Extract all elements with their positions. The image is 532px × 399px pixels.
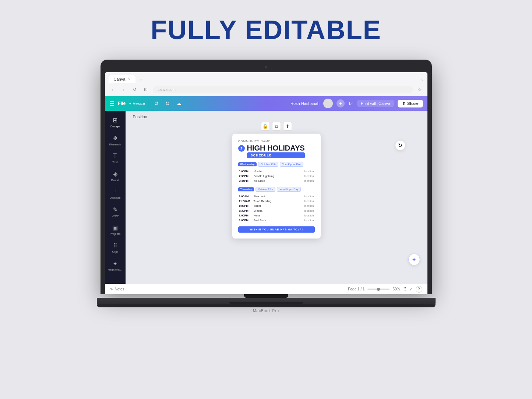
editor-bottom-bar: ✎ Notes Page 1 / 1 50% ⠿ ⤢ ? <box>105 284 427 294</box>
laptop-mockup: Canva × + ⌄ ‹ › ↺ ⊡ canva.com ☆ <box>101 60 432 313</box>
forward-button[interactable]: › <box>120 85 128 93</box>
event-location: location <box>292 204 315 208</box>
design-card[interactable]: COMMUNITY NAME 2 HIGH HOLIDAYS SCHEDULE <box>232 134 321 239</box>
chart-button[interactable]: ⩗ <box>348 100 353 106</box>
day2-header: Thursday October 12th Yom Kippur Day <box>238 187 315 192</box>
sidebar-item-apps[interactable]: ⠿ Apps <box>105 239 126 257</box>
expand-button[interactable]: ⤢ <box>409 287 413 292</box>
share-button[interactable]: ⬆ Share <box>398 100 423 107</box>
browser-tabs: Canva × + ⌄ <box>105 72 427 83</box>
zoom-slider[interactable] <box>367 289 390 290</box>
table-row: 8:00PM Fast Ends location <box>238 218 315 223</box>
day2-badge: Thursday <box>238 187 254 191</box>
event-time: 5:30PM <box>238 208 253 213</box>
event-name: Neila <box>253 213 292 218</box>
print-with-canva-button[interactable]: Print with Canva <box>357 100 394 107</box>
bookmark-icon[interactable]: ☆ <box>416 85 424 93</box>
table-row: 11:00AM Torah Reading location <box>238 199 315 204</box>
help-button[interactable]: ? <box>416 286 422 293</box>
resize-button[interactable]: Resize <box>129 101 145 106</box>
table-row: 5:30PM Mincha location <box>238 208 315 213</box>
copy-tool-button[interactable]: ⧉ <box>272 122 281 131</box>
laptop-foot <box>97 304 436 307</box>
event-location: location <box>294 179 315 183</box>
toolbar-divider-1 <box>149 100 149 107</box>
browser-tab-active[interactable]: Canva × <box>109 75 136 83</box>
uploads-icon: ↑ <box>114 188 117 195</box>
position-label: Position <box>133 114 147 119</box>
event-name: Kol Nidre <box>253 179 294 183</box>
laptop-screen: Canva × + ⌄ ‹ › ↺ ⊡ canva.com ☆ <box>105 72 427 294</box>
back-button[interactable]: ‹ <box>109 85 117 93</box>
table-row: 1:00PM Yizkor location <box>238 204 315 208</box>
table-row: 7:45PM Kol Nidre location <box>238 179 315 183</box>
redo-button[interactable]: ↻ <box>164 100 171 107</box>
sidebar-item-magic-media[interactable]: ✦ Magic Med... <box>105 257 126 274</box>
file-menu[interactable]: File <box>118 101 126 106</box>
card-title-row: 2 HIGH HOLIDAYS SCHEDULE <box>238 144 315 158</box>
event-location: location <box>294 174 315 179</box>
event-name: Shacharit <box>253 194 292 199</box>
sidebar-item-uploads[interactable]: ↑ Uploads <box>105 186 126 202</box>
camera-area <box>105 64 427 70</box>
export-tool-button[interactable]: ⬆ <box>283 122 292 131</box>
laptop-base <box>97 298 436 304</box>
event-name: Torah Reading <box>253 199 292 204</box>
magic-button[interactable]: ✦ <box>408 254 420 265</box>
day1-date: October 11th <box>258 162 278 167</box>
draw-icon: ✎ <box>113 206 117 213</box>
editor-sidebar: ⊞ Design ❖ Elements T Text ◈ <box>105 111 126 284</box>
menu-icon[interactable]: ☰ <box>109 100 114 107</box>
text-icon: T <box>113 153 117 159</box>
cloud-save-button[interactable]: ☁ <box>175 100 183 107</box>
event-time: 7:30PM <box>238 174 253 179</box>
browser-collapse-icon[interactable]: ⌄ <box>420 77 424 82</box>
table-row: 6:00PM Mincha location <box>238 169 315 174</box>
tab-close-icon[interactable]: × <box>128 77 130 81</box>
sidebar-item-brand[interactable]: ◈ Brand <box>105 167 126 185</box>
event-time: 7:45PM <box>238 179 253 183</box>
day2-date: October 12th <box>256 187 275 192</box>
notes-icon: ✎ <box>110 287 113 291</box>
event-time: 11:00AM <box>238 199 253 204</box>
refresh-button[interactable]: ↺ <box>131 85 139 93</box>
elements-icon: ❖ <box>113 135 118 142</box>
community-name: COMMUNITY NAME <box>238 140 315 143</box>
notes-button[interactable]: ✎ Notes <box>110 287 124 291</box>
address-bar[interactable]: canva.com <box>153 86 413 93</box>
add-collaborator-button[interactable]: + <box>337 99 345 107</box>
canvas-refresh-button[interactable]: ↻ <box>395 140 405 151</box>
event-name: Yizkor <box>253 204 292 208</box>
cast-button[interactable]: ⊡ <box>142 85 150 93</box>
sidebar-item-projects[interactable]: ▣ Projects <box>105 221 126 239</box>
sidebar-item-draw[interactable]: ✎ Draw <box>105 203 126 220</box>
page-title: FULLY EDITABLE <box>151 15 381 45</box>
magic-media-icon: ✦ <box>113 260 117 267</box>
event-time: 9:00AM <box>238 194 253 199</box>
event-location: location <box>292 199 315 204</box>
lock-tool-button[interactable]: 🔒 <box>261 122 270 131</box>
event-name: Candle Lightning <box>253 174 294 179</box>
sidebar-item-text[interactable]: T Text <box>105 150 126 167</box>
zoom-level: 50% <box>392 287 400 291</box>
browser-nav: ‹ › ↺ ⊡ canva.com ☆ <box>105 83 427 96</box>
sidebar-item-elements[interactable]: ❖ Elements <box>105 132 126 149</box>
tab-label: Canva <box>114 77 126 81</box>
day1-header: Wednesday October 11th Yom Kippur Eve <box>238 162 315 167</box>
event-name: Mincha <box>253 169 294 174</box>
card-footer-banner: WISHIN YOU GMAR HATIMA TOVA! <box>238 226 315 233</box>
event-location: location <box>292 208 315 213</box>
day1-schedule: 6:00PM Mincha location 7:30PM Candle Lig… <box>238 169 315 183</box>
table-row: 9:00AM Shacharit location <box>238 194 315 199</box>
grid-view-button[interactable]: ⠿ <box>403 287 406 292</box>
undo-button[interactable]: ↺ <box>153 100 160 107</box>
day2-holiday: Yom Kippur Day <box>277 187 300 192</box>
event-name: Fast Ends <box>253 218 292 223</box>
day1-badge: Wednesday <box>238 162 257 166</box>
event-time: 1:00PM <box>238 204 253 208</box>
new-tab-button[interactable]: + <box>137 75 145 83</box>
notes-label: Notes <box>115 287 124 291</box>
card-title-block: HIGH HOLIDAYS SCHEDULE <box>247 144 305 158</box>
laptop-camera <box>265 66 267 68</box>
sidebar-item-design[interactable]: ⊞ Design <box>105 114 126 131</box>
